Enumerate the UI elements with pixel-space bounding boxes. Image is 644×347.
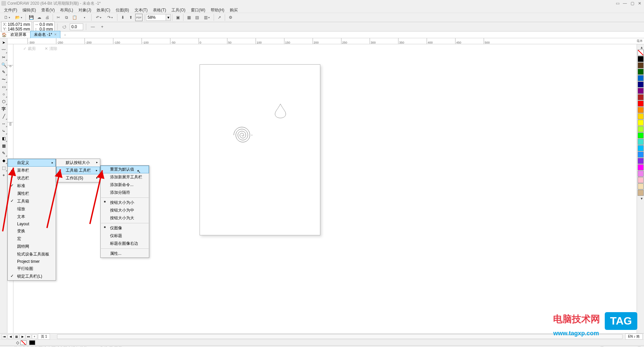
outline-tool[interactable]: ⬚ [0, 164, 7, 172]
page-plus[interactable]: + [32, 334, 37, 339]
swatch[interactable] [638, 132, 644, 138]
guides-button[interactable]: ▥ [201, 14, 212, 21]
menu-window[interactable]: 窗口(W) [188, 7, 208, 13]
menu-buy[interactable]: 购买 [227, 7, 240, 13]
page-last[interactable]: ⏭ [26, 334, 31, 339]
fullscreen-button[interactable]: ▣ [174, 14, 181, 21]
ctx-reset-default[interactable]: 重置为默认值 [101, 166, 149, 173]
snap-button[interactable]: ▦ [185, 14, 193, 21]
swatch[interactable] [638, 101, 644, 107]
cloud-button[interactable]: ☁ [36, 14, 43, 21]
swatch[interactable] [638, 171, 644, 177]
tab-add[interactable]: + [60, 32, 70, 38]
pick-tool[interactable]: ➤ [0, 39, 7, 46]
ctx-internet[interactable]: 因特网 [8, 243, 56, 250]
ctx-text[interactable]: 文本 [8, 213, 56, 221]
menu-view[interactable]: 查看(V) [39, 7, 57, 13]
swatch[interactable] [638, 62, 644, 68]
freehand-tool[interactable]: ✎ [0, 68, 7, 76]
ctx-btn-medium[interactable]: 按钮大小为中 [101, 207, 149, 214]
help-button[interactable]: ▭ [614, 1, 621, 6]
zoom-tool[interactable]: 🔍 [0, 61, 7, 68]
launch-button[interactable]: ↗ [216, 14, 223, 21]
swatch-none[interactable] [638, 50, 644, 56]
export-button[interactable]: ⬆ [127, 14, 135, 21]
ctx-menubar[interactable]: ✓菜单栏 [8, 167, 56, 174]
ctx-lock-toolbars[interactable]: ✓锁定工具栏(L) [8, 273, 56, 280]
import-button[interactable]: ⬇ [119, 14, 126, 21]
polygon-tool[interactable]: ⬡ [0, 98, 7, 105]
save-button[interactable]: 💾 [28, 14, 35, 21]
menu-effects[interactable]: 效果(C) [94, 7, 113, 13]
shadow-tool[interactable]: ◧ [0, 135, 7, 142]
text-tool[interactable]: 字 [0, 105, 7, 113]
page-next[interactable]: ▶ [20, 334, 25, 339]
pdf-button[interactable]: PDF [135, 14, 143, 21]
swatch[interactable] [638, 69, 644, 75]
palette-down[interactable]: ▾ [638, 196, 644, 201]
transparency-tool[interactable]: ▦ [0, 142, 7, 150]
maximize-button[interactable]: ▢ [629, 1, 635, 6]
print-button[interactable]: 🖨 [44, 14, 51, 21]
swatch[interactable] [638, 152, 644, 158]
teardrop-shape[interactable] [274, 103, 287, 118]
ctx-properties[interactable]: 属性... [101, 250, 149, 257]
new-button[interactable]: 🗋 [2, 14, 12, 21]
ctx-add-separator[interactable]: 添加分隔符 [101, 189, 149, 196]
menu-tools[interactable]: 工具(O) [169, 7, 188, 13]
ctx-add-command[interactable]: 添加新命令... [101, 181, 149, 189]
menu-bitmap[interactable]: 位图(B) [113, 7, 132, 13]
rectangle-tool[interactable]: ▭ [0, 83, 7, 91]
swatch[interactable] [638, 88, 644, 94]
ctx-wheel[interactable]: 轮式设备工具面板 [8, 250, 56, 258]
ctx-standard[interactable]: ✓标准 [8, 182, 56, 190]
menu-object[interactable]: 对象(J) [76, 7, 94, 13]
size-box[interactable]: ↔0.0 mm ↕0.0 mm [33, 21, 55, 32]
swatch[interactable] [638, 120, 644, 126]
clear-transform-button[interactable]: — [89, 23, 97, 31]
swatch[interactable] [638, 190, 644, 196]
close-icon[interactable]: × [54, 32, 57, 37]
swatch[interactable] [638, 81, 644, 88]
fill-tool[interactable]: ◆ [0, 157, 7, 164]
ctx-customize[interactable]: 自定义▸ [8, 159, 56, 167]
plus-button[interactable]: + [99, 23, 106, 31]
position-box[interactable]: X:105.071 mm Y:148.505 mm [1, 21, 32, 32]
swatch[interactable] [638, 107, 644, 113]
ctx-workspace[interactable]: 工作区(S)▸ [56, 174, 100, 182]
close-button[interactable]: ✕ [637, 1, 643, 6]
outline-indicator[interactable] [29, 340, 35, 345]
crop-confirm-button[interactable]: ✓裁剪 [20, 45, 39, 53]
ctx-title-right[interactable]: 标题在图像右边 [101, 240, 149, 247]
spiral-shape[interactable] [232, 125, 254, 145]
dimension-tool[interactable]: ↔ [0, 120, 7, 127]
artistic-tool[interactable]: 〜 [0, 76, 7, 83]
copy-button[interactable]: ⧉ [63, 14, 70, 21]
menu-edit[interactable]: 编辑(E) [20, 7, 39, 13]
h-scrollbar[interactable] [57, 334, 622, 339]
open-button[interactable]: 📂 [13, 14, 24, 21]
palette-up[interactable]: ▴ [638, 45, 644, 50]
tab-document[interactable]: 未命名 -1*× [30, 31, 60, 39]
ctx-title-only[interactable]: 仅标题 [101, 232, 149, 240]
page-tab[interactable]: 页 1 [38, 334, 50, 340]
parallel-tool[interactable]: ╱ [0, 113, 7, 120]
swatch[interactable] [638, 145, 644, 151]
ctx-add-flyout[interactable]: 添加新展开工具栏 [101, 173, 149, 181]
ctx-macro[interactable]: 宏 [8, 235, 56, 243]
redo-button[interactable]: ↷ [105, 14, 115, 21]
ctx-transform[interactable]: 变换 [8, 227, 56, 235]
paste-dropdown[interactable] [79, 14, 90, 21]
grid-button[interactable]: ▤ [193, 14, 201, 21]
ctx-zoom[interactable]: 缩放 [8, 205, 56, 213]
paste-button[interactable]: 📋 [71, 14, 78, 21]
add-tool[interactable]: + [0, 172, 7, 179]
swatch[interactable] [638, 183, 644, 189]
ellipse-tool[interactable]: ○ [0, 91, 7, 98]
fill-indicator[interactable]: ◇ [16, 340, 26, 345]
ctx-project-timer[interactable]: Project timer [8, 258, 56, 265]
undo-button[interactable]: ↶ [93, 14, 104, 21]
crop-cancel-button[interactable]: ✕清除 [42, 45, 60, 53]
angle-input[interactable] [70, 23, 83, 30]
ctx-btn-large[interactable]: 按钮大小为大 [101, 214, 149, 222]
